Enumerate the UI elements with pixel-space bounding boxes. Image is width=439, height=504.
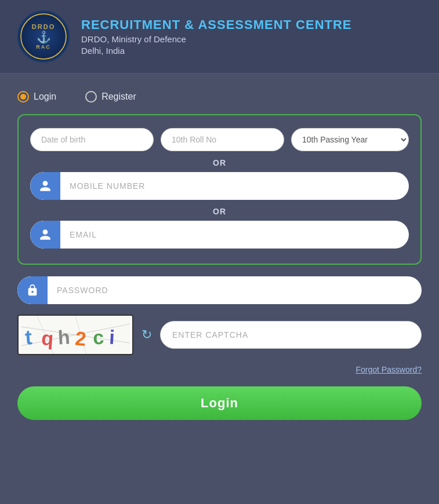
person-email-icon xyxy=(39,228,52,241)
passing-year-select[interactable]: 10th Passing Year 2020 2019 2018 2017 20… xyxy=(291,128,409,151)
org-title: RECRUITMENT & ASSESSMENT CENTRE xyxy=(81,17,352,32)
svg-text:c: c xyxy=(92,326,104,349)
captcha-svg: t q h 2 c i xyxy=(19,316,132,354)
or-divider-1: OR xyxy=(30,158,409,167)
top-inputs-row: 10th Passing Year 2020 2019 2018 2017 20… xyxy=(30,128,409,151)
dob-input[interactable] xyxy=(30,128,154,151)
lock-icon xyxy=(26,284,39,297)
captcha-input[interactable] xyxy=(160,321,422,349)
auth-mode-selector: Login Register xyxy=(17,91,422,103)
email-input-row xyxy=(30,221,409,249)
svg-text:h: h xyxy=(57,326,71,349)
main-content: Login Register 10th Passing Year 2020 20… xyxy=(0,74,439,437)
header: DRDO ⚓ RAC RECRUITMENT & ASSESSMENT CENT… xyxy=(0,0,439,74)
svg-text:2: 2 xyxy=(74,327,88,350)
password-row xyxy=(17,276,422,304)
forgot-password-row: Forgot Password? xyxy=(17,364,422,375)
svg-text:i: i xyxy=(109,326,115,348)
captcha-image: t q h 2 c i xyxy=(17,315,133,355)
svg-text:q: q xyxy=(41,327,54,349)
mobile-input[interactable] xyxy=(60,174,409,198)
password-icon-btn xyxy=(17,276,48,304)
mobile-input-row xyxy=(30,172,409,200)
org-subtitle2: Delhi, India xyxy=(81,46,352,56)
login-button[interactable]: Login xyxy=(17,386,422,420)
org-subtitle1: DRDO, Ministry of Defence xyxy=(81,34,352,44)
mobile-icon-btn xyxy=(30,172,60,200)
refresh-icon: ↻ xyxy=(142,327,152,342)
login-radio-button[interactable] xyxy=(17,91,29,103)
logo-rac-text: RAC xyxy=(36,44,51,50)
login-box: 10th Passing Year 2020 2019 2018 2017 20… xyxy=(17,114,422,265)
login-radio-option[interactable]: Login xyxy=(17,91,56,103)
logo-drdo-text: DRDO xyxy=(32,23,55,30)
drdo-logo: DRDO ⚓ RAC xyxy=(17,10,70,63)
roll-number-input[interactable] xyxy=(161,128,284,151)
person-icon xyxy=(39,180,52,192)
or-divider-2: OR xyxy=(30,207,409,216)
email-input[interactable] xyxy=(60,223,409,246)
register-radio-label: Register xyxy=(101,92,136,102)
login-radio-label: Login xyxy=(34,92,56,102)
captcha-row: t q h 2 c i ↻ xyxy=(17,315,422,355)
logo-emblem-icon: ⚓ xyxy=(37,30,51,44)
captcha-refresh-button[interactable]: ↻ xyxy=(142,327,152,342)
forgot-password-link[interactable]: Forgot Password? xyxy=(355,365,422,374)
header-text-block: RECRUITMENT & ASSESSMENT CENTRE DRDO, Mi… xyxy=(81,17,352,56)
register-radio-button[interactable] xyxy=(85,91,97,103)
register-radio-option[interactable]: Register xyxy=(85,91,136,103)
email-icon-btn xyxy=(30,221,60,249)
password-input[interactable] xyxy=(48,279,422,302)
